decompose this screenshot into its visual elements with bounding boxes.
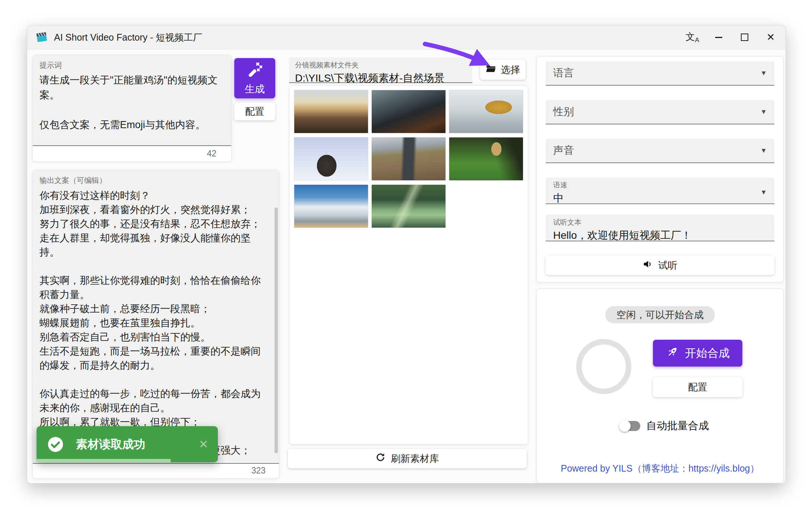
magic-wand-icon (247, 61, 263, 79)
refresh-icon (375, 452, 386, 465)
refresh-library-label: 刷新素材库 (391, 452, 439, 465)
material-thumbnail-dog-snow[interactable] (294, 137, 368, 181)
prompt-label: 提示词 (39, 60, 225, 70)
material-thumbnail-snow-temple[interactable] (449, 90, 523, 133)
voice-settings-card: 语言 ▼ 性别 ▼ 声音 ▼ 语速 中 ▼ 试听文本 Hello，欢迎使用短视频… (536, 56, 784, 282)
title-bar: AI Short Video Factory - 短视频工厂 文A ✕ (27, 25, 786, 50)
chevron-down-icon: ▼ (760, 69, 767, 77)
toggle-knob (619, 420, 631, 432)
preview-listen-button[interactable]: 试听 (546, 256, 774, 275)
success-toast: 素材读取成功 ✕ (37, 426, 218, 462)
material-grid-card (289, 85, 528, 444)
start-synthesis-label: 开始合成 (685, 346, 730, 361)
output-char-count: 323 (33, 463, 279, 478)
status-badge: 空闲，可以开始合成 (605, 306, 715, 323)
chevron-down-icon: ▼ (760, 147, 767, 155)
prompt-card: 提示词 请生成一段关于"正能量鸡汤"的短视频文案。 仅包含文案，无需Emoji与… (32, 55, 232, 162)
window-title: AI Short Video Factory - 短视频工厂 (54, 31, 202, 44)
prompt-config-button[interactable]: 配置 (234, 102, 275, 120)
chevron-down-icon: ▼ (760, 108, 767, 116)
output-label: 输出文案（可编辑） (39, 175, 268, 186)
folder-open-icon (486, 63, 496, 76)
generate-label: 生成 (245, 82, 265, 96)
preview-text-label: 试听文本 (553, 218, 767, 227)
prompt-char-count: 42 (33, 146, 231, 161)
rocket-icon (666, 345, 679, 361)
prompt-config-label: 配置 (245, 105, 264, 118)
material-thumbnail-mountain-road[interactable] (371, 137, 446, 181)
rate-select[interactable]: 语速 中 ▼ (546, 177, 774, 204)
gender-label: 性别 (553, 105, 574, 119)
clapperboard-icon (35, 31, 48, 44)
prompt-textarea[interactable]: 提示词 请生成一段关于"正能量鸡汤"的短视频文案。 仅包含文案，无需Emoji与… (33, 55, 231, 146)
preview-text-field[interactable]: 试听文本 Hello，欢迎使用短视频工厂！ (546, 215, 774, 241)
thumbnail-grid (289, 86, 528, 444)
material-folder-path: D:\YILS\下载\视频素材-自然场景 (295, 71, 466, 85)
toast-progress-bar (37, 459, 171, 462)
app-window: AI Short Video Factory - 短视频工厂 文A ✕ 提示词 … (27, 25, 786, 484)
material-thumbnail-coffee-table[interactable] (371, 90, 446, 133)
maximize-icon (741, 34, 748, 41)
minimize-button[interactable] (710, 29, 727, 45)
material-thumbnail-forest-stream[interactable] (371, 184, 446, 228)
synthesis-config-button[interactable]: 配置 (653, 377, 742, 397)
rate-value: 中 (553, 191, 767, 205)
material-thumbnail-desert-book[interactable] (294, 90, 368, 133)
speaker-icon (643, 259, 653, 272)
minimize-icon (715, 37, 722, 38)
rate-label: 语速 (553, 180, 767, 190)
start-synthesis-button[interactable]: 开始合成 (653, 340, 742, 367)
material-thumbnail-snow-peak[interactable] (294, 184, 368, 228)
progress-ring (576, 339, 631, 394)
select-folder-button[interactable]: 选择 (480, 60, 526, 80)
preview-listen-label: 试听 (658, 259, 678, 272)
voice-select[interactable]: 声音 ▼ (546, 139, 774, 163)
auto-batch-label: 自动批量合成 (646, 419, 709, 433)
gender-select[interactable]: 性别 ▼ (546, 100, 774, 124)
language-select[interactable]: 语言 ▼ (546, 61, 774, 86)
chevron-down-icon: ▼ (760, 188, 767, 196)
refresh-library-button[interactable]: 刷新素材库 (288, 449, 527, 468)
powered-by-link[interactable]: Powered by YILS（博客地址：https://yils.blog） (537, 462, 783, 475)
close-icon: ✕ (767, 31, 775, 43)
toast-message: 素材读取成功 (76, 437, 145, 452)
material-folder-field[interactable]: 分镜视频素材文件夹 D:\YILS\下载\视频素材-自然场景 (289, 57, 472, 83)
output-text: 你有没有过这样的时刻？ 加班到深夜，看着窗外的灯火，突然觉得好累； 努力了很久的… (39, 188, 268, 457)
output-textarea[interactable]: 输出文案（可编辑） 你有没有过这样的时刻？ 加班到深夜，看着窗外的灯火，突然觉得… (33, 170, 279, 464)
material-thumbnail-grass-hut[interactable] (449, 137, 523, 181)
output-scrollbar[interactable] (275, 207, 278, 453)
preview-text-value: Hello，欢迎使用短视频工厂！ (553, 228, 767, 243)
toast-close-icon[interactable]: ✕ (199, 426, 208, 462)
language-label: 语言 (553, 66, 574, 80)
translate-icon[interactable]: 文A (684, 29, 701, 45)
auto-batch-toggle[interactable] (620, 421, 640, 431)
generate-button[interactable]: 生成 (234, 58, 275, 98)
maximize-button[interactable] (736, 29, 753, 45)
select-folder-label: 选择 (501, 63, 520, 76)
synthesis-card: 空闲，可以开始合成 开始合成 配置 自动批量合成 Powered by YILS… (536, 289, 784, 483)
check-circle-icon (47, 436, 64, 453)
prompt-text: 请生成一段关于"正能量鸡汤"的短视频文案。 仅包含文案，无需Emoji与其他内容… (39, 73, 225, 132)
voice-label: 声音 (553, 143, 574, 158)
close-button[interactable]: ✕ (762, 29, 779, 45)
synthesis-config-label: 配置 (688, 381, 707, 394)
material-folder-label: 分镜视频素材文件夹 (295, 60, 466, 70)
